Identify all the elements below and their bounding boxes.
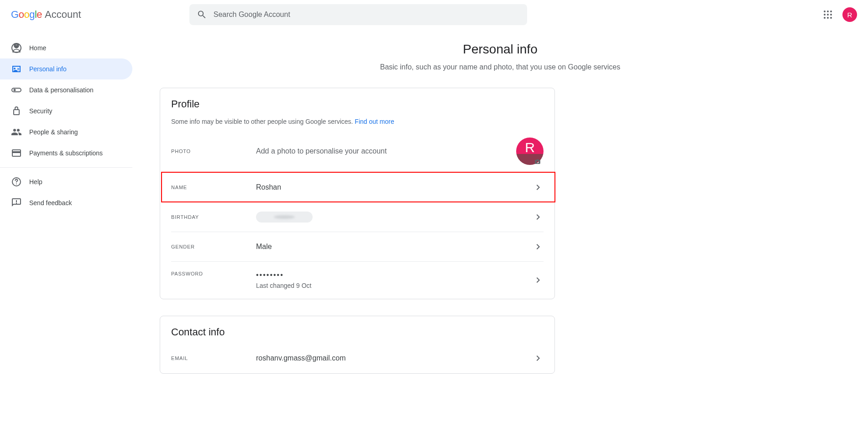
sidebar-item-feedback[interactable]: Send feedback [0,192,132,213]
find-out-more-link[interactable]: Find out more [355,118,394,125]
row-value: •••••••• [256,271,533,279]
search-input[interactable] [214,11,520,19]
people-icon [11,127,22,138]
profile-card-title: Profile [171,98,544,110]
row-value: Male [256,243,533,251]
sidebar-item-personal-info[interactable]: Personal info [0,58,132,80]
profile-row-password[interactable]: PASSWORD •••••••• Last changed 9 Oct [160,262,554,298]
card-icon [11,148,22,159]
sidebar-item-security[interactable]: Security [0,101,132,122]
row-value [256,212,533,223]
apps-icon[interactable] [819,5,837,24]
sidebar-item-payments[interactable]: Payments & subscriptions [0,143,132,164]
row-value: Add a photo to personalise your account [256,147,516,155]
profile-card: Profile Some info may be visible to othe… [160,88,555,299]
profile-row-name[interactable]: NAME Roshan [160,173,554,202]
svg-point-6 [16,184,17,185]
profile-desc-text: Some info may be visible to other people… [171,118,355,125]
sidebar-divider [0,167,132,168]
sidebar-item-home[interactable]: Home [0,37,132,58]
svg-point-2 [15,45,18,48]
header-right: R [819,5,861,24]
avatar[interactable]: R [842,7,857,22]
sidebar-item-label: Help [29,178,42,186]
help-icon [11,176,22,187]
toggle-icon [11,85,22,95]
lock-icon [11,106,22,117]
sidebar-item-label: Send feedback [29,199,72,207]
contact-row-email[interactable]: EMAIL roshanv.gmass@gmail.com [160,344,554,373]
sidebar-item-label: Home [29,44,46,52]
page-subtitle: Basic info, such as your name and photo,… [132,63,868,71]
chevron-right-icon [533,353,544,364]
row-value: Roshan [256,183,533,191]
header: Google Account R [0,0,868,29]
sidebar-item-help[interactable]: Help [0,171,132,192]
svg-point-4 [14,89,16,91]
svg-rect-3 [12,88,21,92]
redacted-value [256,212,313,223]
chevron-right-icon [533,182,544,193]
search-icon [197,9,207,20]
main-content: Personal info Basic info, such as your n… [132,29,868,424]
sidebar-item-label: People & sharing [29,128,78,136]
row-value: roshanv.gmass@gmail.com [256,354,533,362]
brand-suffix: Account [45,9,81,21]
chevron-right-icon [533,212,544,223]
chevron-right-icon [533,275,544,286]
chevron-right-icon [533,241,544,252]
sidebar-item-data-personalisation[interactable]: Data & personalisation [0,80,132,101]
profile-row-birthday[interactable]: BIRTHDAY [160,202,554,232]
avatar-letter: R [516,138,544,154]
search-container[interactable] [189,4,527,25]
row-label: PASSWORD [171,271,256,276]
row-label: BIRTHDAY [171,214,256,220]
contact-card: Contact info EMAIL roshanv.gmass@gmail.c… [160,316,555,374]
row-label: PHOTO [171,148,256,154]
logo[interactable]: Google Account [7,9,81,21]
home-icon [11,42,22,53]
profile-row-photo[interactable]: PHOTO Add a photo to personalise your ac… [160,127,554,172]
profile-card-desc: Some info may be visible to other people… [171,117,544,127]
google-logo: Google [11,9,42,21]
row-label: GENDER [171,244,256,249]
feedback-icon [11,197,22,208]
row-label: EMAIL [171,355,256,361]
sidebar-item-label: Data & personalisation [29,86,94,94]
camera-icon [533,159,542,165]
row-label: NAME [171,185,256,190]
page-title: Personal info [132,42,868,57]
sidebar-item-people-sharing[interactable]: People & sharing [0,122,132,143]
contact-card-title: Contact info [171,326,544,338]
sidebar-item-label: Personal info [29,65,67,73]
profile-row-gender[interactable]: GENDER Male [160,232,554,261]
row-value-sub: Last changed 9 Oct [256,282,533,289]
id-card-icon [11,64,22,74]
sidebar-item-label: Payments & subscriptions [29,149,103,157]
sidebar-item-label: Security [29,107,52,115]
profile-photo[interactable]: R [516,138,544,165]
sidebar: Home Personal info Data & personalisatio… [0,29,132,424]
